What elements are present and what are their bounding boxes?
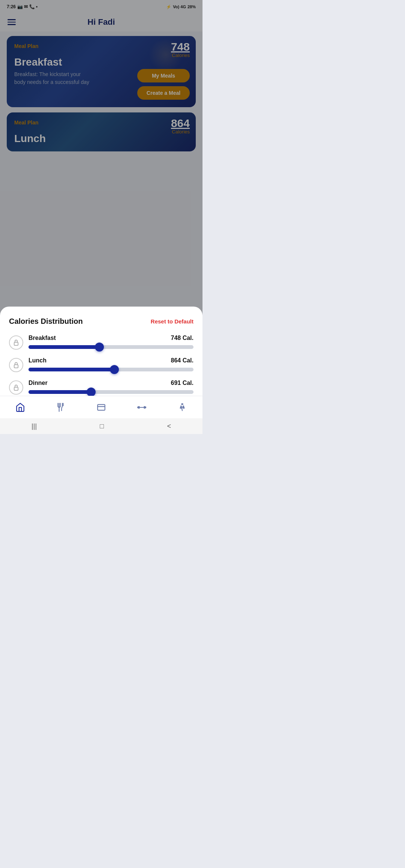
lunch-slider-label: Lunch (28, 357, 46, 364)
bottom-nav (0, 396, 202, 418)
lunch-slider-labels: Lunch 864 Cal. (28, 357, 194, 364)
breakfast-slider-fill (28, 345, 99, 349)
lunch-slider-value: 864 Cal. (171, 357, 194, 364)
android-recent-button[interactable]: ||| (32, 422, 37, 430)
android-back-button[interactable]: < (167, 422, 171, 430)
nav-home[interactable] (15, 403, 25, 412)
lunch-slider-row: Lunch 864 Cal. (9, 357, 194, 372)
sheet-header: Calories Distribution Reset to Default (9, 317, 194, 326)
modal-overlay: Calories Distribution Reset to Default B… (0, 0, 202, 434)
nav-meals[interactable] (56, 403, 66, 412)
dinner-slider-thumb[interactable] (87, 388, 96, 397)
svg-rect-6 (98, 404, 105, 410)
breakfast-slider-label: Breakfast (28, 335, 56, 341)
android-home-button[interactable]: □ (100, 422, 104, 430)
dinner-slider-track[interactable] (28, 390, 194, 394)
nav-workout[interactable] (137, 403, 147, 412)
svg-point-9 (182, 403, 183, 404)
sheet-title: Calories Distribution (9, 317, 83, 326)
dinner-slider-label: Dinner (28, 380, 48, 386)
dinner-slider-row: Dinner 691 Cal. (9, 380, 194, 395)
svg-rect-1 (14, 365, 18, 368)
breakfast-slider-labels: Breakfast 748 Cal. (28, 335, 194, 341)
svg-rect-2 (14, 387, 18, 390)
lunch-slider-track[interactable] (28, 368, 194, 371)
lunch-lock-icon[interactable] (9, 358, 23, 372)
nav-plan[interactable] (96, 403, 106, 412)
breakfast-slider-content: Breakfast 748 Cal. (28, 335, 194, 349)
lunch-slider-thumb[interactable] (110, 365, 119, 374)
dinner-slider-fill (28, 390, 91, 394)
breakfast-slider-thumb[interactable] (95, 343, 104, 352)
android-nav-bar: ||| □ < (0, 418, 202, 434)
breakfast-slider-track[interactable] (28, 345, 194, 349)
lunch-slider-content: Lunch 864 Cal. (28, 357, 194, 371)
dinner-lock-icon[interactable] (9, 380, 23, 395)
svg-rect-0 (14, 342, 18, 345)
breakfast-slider-row: Breakfast 748 Cal. (9, 335, 194, 350)
breakfast-lock-icon[interactable] (9, 335, 23, 350)
dinner-slider-content: Dinner 691 Cal. (28, 380, 194, 394)
reset-to-default-button[interactable]: Reset to Default (151, 318, 194, 325)
dinner-slider-labels: Dinner 691 Cal. (28, 380, 194, 386)
lunch-slider-fill (28, 368, 114, 371)
nav-activity[interactable] (177, 403, 187, 412)
dinner-slider-value: 691 Cal. (171, 380, 194, 386)
breakfast-slider-value: 748 Cal. (171, 335, 194, 341)
